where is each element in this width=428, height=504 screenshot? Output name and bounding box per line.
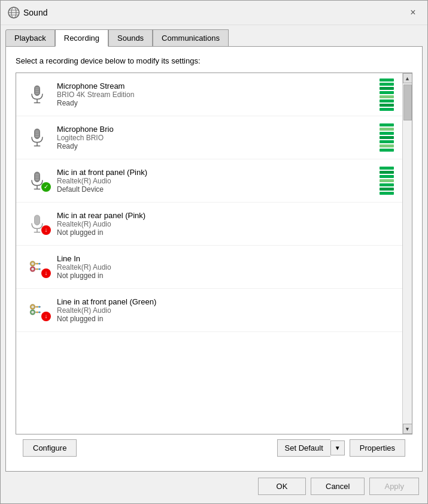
svg-rect-23 [35, 176, 39, 177]
device-sub: Logitech BRIO [57, 134, 380, 142]
svg-point-35 [31, 267, 34, 270]
instruction-text: Select a recording device below to modif… [16, 56, 412, 65]
notplugged-badge: ↓ [41, 268, 51, 278]
scrollbar-thumb[interactable] [403, 84, 412, 120]
close-button[interactable]: × [406, 5, 420, 20]
list-item[interactable]: ↓ Line in at front panel (Green) Realtek… [16, 289, 402, 332]
svg-point-30 [31, 262, 34, 265]
level-bar [380, 188, 394, 191]
apply-button[interactable]: Apply [369, 478, 419, 495]
tab-recording[interactable]: Recording [55, 29, 108, 47]
level-bar [380, 123, 394, 126]
svg-point-32 [37, 262, 38, 264]
level-bar [380, 175, 394, 178]
svg-rect-22 [35, 174, 39, 175]
level-bar [380, 95, 394, 98]
device-icon-area: ✓ [22, 170, 52, 192]
set-default-button[interactable]: Set Default [277, 439, 330, 457]
device-sub: Realtek(R) Audio [57, 306, 396, 315]
svg-rect-19 [35, 172, 40, 182]
level-bar [380, 128, 394, 131]
default-badge: ✓ [41, 182, 51, 192]
device-status: Default Device [57, 185, 380, 194]
title-bar: Sound × [1, 1, 427, 25]
tab-playback[interactable]: Playback [5, 29, 55, 47]
device-list[interactable]: Microphone Stream BRIO 4K Stream Edition… [16, 73, 402, 434]
microphone-icon [26, 127, 48, 149]
svg-rect-5 [35, 86, 40, 96]
level-bar [380, 171, 394, 174]
device-status: Ready [57, 99, 380, 107]
set-default-group: Set Default ▼ [277, 439, 345, 457]
level-bar [380, 79, 394, 82]
device-sub: Realtek(R) Audio [57, 220, 396, 228]
window-title: Sound [23, 8, 47, 17]
device-icon-area [22, 127, 52, 149]
svg-point-43 [38, 306, 40, 307]
level-bar [380, 132, 394, 135]
cancel-button[interactable]: Cancel [311, 478, 365, 495]
device-sub: BRIO 4K Stream Edition [57, 90, 380, 99]
level-meter [380, 167, 396, 195]
device-action-buttons: Configure Set Default ▼ Properties [16, 434, 412, 461]
properties-button[interactable]: Properties [350, 439, 405, 457]
svg-rect-9 [35, 89, 39, 90]
svg-point-38 [38, 268, 40, 270]
sound-icon [8, 7, 20, 19]
list-item[interactable]: ✓ Mic in at front panel (Pink) Realtek(R… [16, 159, 402, 203]
set-default-dropdown[interactable]: ▼ [330, 440, 345, 455]
level-bar [380, 140, 394, 143]
device-icon-area: ↓ [22, 213, 52, 235]
title-bar-left: Sound [8, 7, 47, 19]
svg-rect-12 [35, 129, 40, 139]
device-icon-area [22, 84, 52, 105]
device-info: Line in at front panel (Green) Realtek(R… [52, 297, 396, 323]
microphone-icon [26, 84, 48, 105]
device-name: Microphone Stream [57, 82, 380, 90]
level-bar [380, 104, 394, 107]
level-bar [380, 108, 394, 111]
level-bar [380, 167, 394, 170]
svg-rect-8 [35, 87, 39, 89]
device-info: Line In Realtek(R) Audio Not plugged in [52, 254, 396, 280]
device-name: Mic in at front panel (Pink) [57, 168, 380, 177]
list-item[interactable]: Microphone Brio Logitech BRIO Ready [16, 116, 402, 159]
device-info: Mic in at rear panel (Pink) Realtek(R) A… [52, 211, 396, 237]
svg-rect-10 [35, 91, 39, 92]
device-info: Microphone Stream BRIO 4K Stream Edition… [52, 82, 380, 107]
list-item[interactable]: ↓ Line In Realtek(R) Audio Not plugged i… [16, 246, 402, 289]
svg-rect-25 [35, 179, 39, 180]
svg-point-47 [37, 311, 38, 313]
level-bar [380, 144, 394, 147]
level-bar [380, 192, 394, 195]
device-status: Not plugged in [57, 228, 396, 237]
ok-button[interactable]: OK [258, 478, 306, 495]
notplugged-badge: ↓ [41, 312, 51, 321]
svg-point-40 [31, 305, 34, 308]
level-bar [380, 183, 394, 186]
tab-content: Select a recording device below to modif… [5, 46, 423, 472]
scrollbar[interactable]: ▲ ▼ [402, 73, 412, 434]
level-bar [380, 87, 394, 90]
list-item[interactable]: Microphone Stream BRIO 4K Stream Edition… [16, 73, 402, 116]
device-info: Mic in at front panel (Pink) Realtek(R) … [52, 168, 380, 194]
device-status: Ready [57, 142, 380, 150]
scroll-down-button[interactable]: ▼ [403, 424, 412, 434]
svg-point-45 [31, 310, 34, 313]
svg-rect-11 [35, 93, 39, 94]
device-info: Microphone Brio Logitech BRIO Ready [52, 125, 380, 150]
tab-communications[interactable]: Communications [153, 29, 229, 47]
svg-point-42 [37, 306, 38, 307]
scroll-up-button[interactable]: ▲ [403, 73, 412, 83]
device-status: Not plugged in [57, 271, 396, 280]
level-bar [380, 99, 394, 102]
level-bar [380, 91, 394, 94]
svg-rect-15 [35, 131, 39, 132]
svg-rect-18 [35, 136, 39, 137]
device-name: Line in at front panel (Green) [57, 297, 396, 306]
notplugged-badge: ↓ [41, 225, 51, 235]
configure-button[interactable]: Configure [23, 439, 77, 457]
list-item[interactable]: ↓ Mic in at rear panel (Pink) Realtek(R)… [16, 203, 402, 246]
level-meter [380, 79, 396, 111]
tab-sounds[interactable]: Sounds [108, 29, 153, 47]
